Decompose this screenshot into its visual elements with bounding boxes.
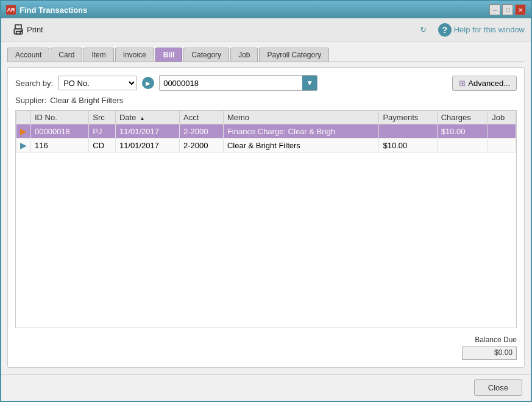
supplier-label: Supplier: xyxy=(15,96,46,105)
col-header-id-no[interactable]: ID No. xyxy=(31,111,89,124)
svg-rect-0 xyxy=(15,24,21,29)
row-arrow-cell: ▶ xyxy=(16,138,31,153)
help-label: Help for this window xyxy=(454,25,525,34)
transactions-table: ID No. Src Date ▲ Acct xyxy=(16,110,516,153)
row-acct: 2-2000 xyxy=(179,124,223,138)
col-header-charges[interactable]: Charges xyxy=(437,111,488,124)
find-transactions-window: AR Find Transactions ─ □ ✕ Print ↻ xyxy=(0,0,532,402)
row-arrow-icon: ▶ xyxy=(20,140,27,150)
search-input-wrap: ▼ xyxy=(159,75,317,91)
tab-category[interactable]: Category xyxy=(183,48,229,62)
search-dropdown-button[interactable]: ▼ xyxy=(302,76,317,90)
balance-value: $0.00 xyxy=(462,346,517,360)
row-payments: $10.00 xyxy=(379,138,437,153)
title-bar-controls: ─ □ ✕ xyxy=(489,4,526,15)
row-payments xyxy=(379,124,437,138)
filter-icon: ⊞ xyxy=(459,79,466,88)
window-title: Find Transactions xyxy=(20,5,87,15)
row-id-no: 116 xyxy=(31,138,89,153)
window-close-button[interactable]: ✕ xyxy=(515,4,526,15)
row-selected-arrow-icon: ▶ xyxy=(20,126,27,136)
col-header-arrow xyxy=(16,111,31,124)
toolbar-left: Print xyxy=(7,21,48,38)
col-header-payments[interactable]: Payments xyxy=(379,111,437,124)
title-bar: AR Find Transactions ─ □ ✕ xyxy=(1,1,531,18)
row-date: 11/01/2017 xyxy=(115,124,179,138)
row-charges: $10.00 xyxy=(437,124,488,138)
svg-rect-2 xyxy=(16,31,21,34)
tab-bill[interactable]: Bill xyxy=(155,48,183,62)
advanced-button[interactable]: ⊞ Advanced... xyxy=(452,76,517,91)
row-acct: 2-2000 xyxy=(179,138,223,153)
search-arrow-button[interactable]: ▶ xyxy=(142,77,154,89)
refresh-button[interactable]: ↻ xyxy=(415,21,432,38)
tab-payroll-category[interactable]: Payroll Category xyxy=(259,48,329,62)
tab-job[interactable]: Job xyxy=(230,48,258,62)
row-src: CD xyxy=(89,138,116,153)
row-arrow-cell: ▶ xyxy=(16,124,31,138)
balance-area: Balance Due $0.00 xyxy=(15,333,517,360)
row-charges xyxy=(437,138,488,153)
refresh-icon: ↻ xyxy=(420,25,427,34)
balance-label: Balance Due xyxy=(475,336,517,344)
search-by-label: Search by: xyxy=(15,79,53,88)
supplier-row: Supplier: Clear & Bright Filters xyxy=(15,96,517,105)
tab-card[interactable]: Card xyxy=(51,48,82,62)
minimize-button[interactable]: ─ xyxy=(489,4,500,15)
print-icon xyxy=(12,24,24,36)
main-panel: Search by: PO No. Invoice No. Amount Mem… xyxy=(7,67,525,368)
col-header-src[interactable]: Src xyxy=(89,111,116,124)
row-memo: Finance Charge; Clear & Brigh xyxy=(223,124,379,138)
tab-invoice[interactable]: Invoice xyxy=(115,48,154,62)
row-date: 11/01/2017 xyxy=(115,138,179,153)
content-area: Account Card Item Invoice Bill Category … xyxy=(1,41,531,374)
transactions-table-container: ID No. Src Date ▲ Acct xyxy=(15,110,517,328)
search-input[interactable] xyxy=(160,76,302,90)
row-job xyxy=(488,124,516,138)
table-row[interactable]: ▶ 00000018 PJ 11/01/2017 2-2000 Finance … xyxy=(16,124,516,138)
maximize-button[interactable]: □ xyxy=(502,4,513,15)
toolbar: Print ↻ ? Help for this window xyxy=(1,18,531,41)
title-bar-left: AR Find Transactions xyxy=(6,5,87,15)
advanced-label: Advanced... xyxy=(468,79,510,88)
col-header-date[interactable]: Date ▲ xyxy=(115,111,179,124)
app-icon: AR xyxy=(6,5,16,15)
table-row[interactable]: ▶ 116 CD 11/01/2017 2-2000 Clear & Brigh… xyxy=(16,138,516,153)
col-header-job[interactable]: Job xyxy=(488,111,516,124)
tab-bar: Account Card Item Invoice Bill Category … xyxy=(7,48,525,62)
tab-item[interactable]: Item xyxy=(83,48,113,62)
row-id-no: 00000018 xyxy=(31,124,89,138)
help-button[interactable]: ? Help for this window xyxy=(438,23,525,37)
search-select[interactable]: PO No. Invoice No. Amount Memo xyxy=(58,76,137,90)
table-header-row: ID No. Src Date ▲ Acct xyxy=(16,111,516,124)
supplier-value: Clear & Bright Filters xyxy=(50,96,123,105)
print-button[interactable]: Print xyxy=(7,21,48,38)
row-memo: Clear & Bright Filters xyxy=(223,138,379,153)
toolbar-right: ↻ ? Help for this window xyxy=(415,21,525,38)
tab-account[interactable]: Account xyxy=(7,48,49,62)
col-header-memo[interactable]: Memo xyxy=(223,111,379,124)
row-src: PJ xyxy=(89,124,116,138)
sort-arrow-icon: ▲ xyxy=(140,115,145,121)
svg-point-3 xyxy=(21,30,22,31)
row-job xyxy=(488,138,516,153)
footer: Close xyxy=(1,374,531,401)
search-row: Search by: PO No. Invoice No. Amount Mem… xyxy=(15,75,517,91)
help-icon: ? xyxy=(438,23,452,37)
col-header-acct[interactable]: Acct xyxy=(179,111,223,124)
close-button[interactable]: Close xyxy=(474,379,522,396)
print-label: Print xyxy=(27,25,43,34)
